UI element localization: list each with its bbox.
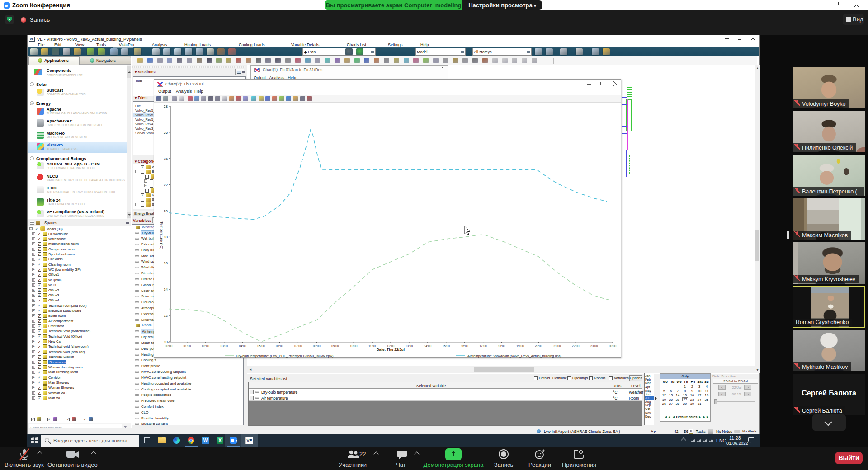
svg-text:11:00: 11:00	[368, 344, 376, 348]
svg-text:08:00: 08:00	[313, 344, 321, 348]
svg-text:16: 16	[164, 261, 168, 265]
svg-text:10:00: 10:00	[350, 344, 358, 348]
svg-text:12: 12	[164, 314, 168, 318]
svg-text:18: 18	[164, 235, 168, 239]
svg-text:01:00: 01:00	[184, 344, 191, 348]
svg-text:28: 28	[164, 104, 168, 108]
svg-text:06:00: 06:00	[276, 344, 283, 348]
svg-text:23:00: 23:00	[590, 344, 598, 348]
svg-text:20: 20	[164, 209, 168, 213]
svg-text:00:00: 00:00	[609, 344, 617, 348]
svg-text:03:00: 03:00	[221, 344, 228, 348]
svg-text:21:00: 21:00	[553, 344, 561, 348]
svg-text:19:00: 19:00	[516, 344, 524, 348]
svg-text:04:00: 04:00	[239, 344, 247, 348]
svg-text:24: 24	[164, 157, 168, 161]
svg-text:02:00: 02:00	[202, 344, 210, 348]
svg-text:20:00: 20:00	[535, 344, 542, 348]
svg-text:00:00: 00:00	[165, 344, 173, 348]
svg-text:05:00: 05:00	[257, 344, 265, 348]
svg-text:12:00: 12:00	[387, 344, 395, 348]
svg-text:14: 14	[164, 287, 168, 291]
svg-text:Temperature (°C): Temperature (°C)	[160, 221, 164, 249]
svg-text:07:00: 07:00	[294, 344, 302, 348]
svg-text:Date: Thu 22/Jul: Date: Thu 22/Jul	[377, 348, 405, 352]
svg-text:22: 22	[164, 183, 168, 187]
svg-text:26: 26	[164, 131, 168, 135]
svg-text:10: 10	[164, 340, 168, 344]
svg-text:18:00: 18:00	[498, 344, 505, 348]
svg-text:16:00: 16:00	[461, 344, 469, 348]
svg-text:22:00: 22:00	[572, 344, 580, 348]
svg-text:Air temperature: Showroom (Vol: Air temperature: Showroom (Volvo_Rev5_Ac…	[467, 354, 562, 358]
svg-text:13:00: 13:00	[406, 344, 413, 348]
svg-text:09:00: 09:00	[331, 344, 339, 348]
svg-text:14:00: 14:00	[424, 344, 432, 348]
svg-text:17:00: 17:00	[479, 344, 487, 348]
svg-text:15:00: 15:00	[443, 344, 450, 348]
svg-text:Dry-bulb temperature: (Lviv_P: Dry-bulb temperature: (Lviv_POL_Przemysl…	[236, 354, 334, 358]
